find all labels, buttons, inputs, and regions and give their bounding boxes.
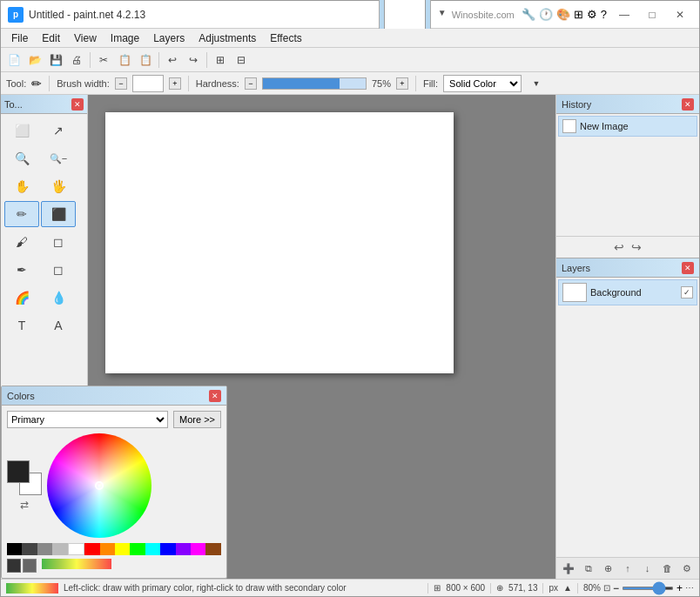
layer-properties-btn[interactable]: ⚙ <box>679 560 695 576</box>
palette-violet[interactable] <box>176 543 191 555</box>
palette-brown[interactable] <box>205 543 220 555</box>
bottom-swatch-1[interactable] <box>7 559 21 573</box>
zoom-slider[interactable] <box>622 587 674 590</box>
tool-rectangle-select[interactable]: ⬜ <box>4 117 39 144</box>
brush-width-inc[interactable]: + <box>169 77 181 90</box>
history-icon[interactable]: 🕐 <box>539 8 553 21</box>
tool-lasso-select[interactable]: ↗ <box>41 117 76 144</box>
menu-effects[interactable]: Effects <box>263 29 308 47</box>
palette-white[interactable] <box>68 543 84 555</box>
tool-fill[interactable]: ⬛ <box>41 201 76 227</box>
menu-edit[interactable]: Edit <box>35 29 67 47</box>
palette-blue[interactable] <box>160 543 175 555</box>
layer-visibility-check[interactable]: ✓ <box>681 286 693 298</box>
tool-gradient[interactable]: 🌈 <box>4 285 39 311</box>
brush-width-dec[interactable]: − <box>115 77 127 90</box>
tool-brush[interactable]: 🖌 <box>4 229 39 255</box>
fill-options-btn[interactable]: ▼ <box>527 74 546 93</box>
layer-add-btn[interactable]: ➕ <box>561 560 576 576</box>
palette-darkgray[interactable] <box>22 543 37 555</box>
hardness-inc[interactable]: + <box>396 77 408 90</box>
settings-icon[interactable]: ⚙ <box>587 8 597 21</box>
maximize-button[interactable]: □ <box>640 6 664 23</box>
palette-green[interactable] <box>130 543 145 555</box>
layer-move-down-btn[interactable]: ↓ <box>640 560 656 576</box>
canvas[interactable] <box>105 112 454 373</box>
menu-view[interactable]: View <box>67 29 104 47</box>
fill-select[interactable]: Solid Color No Fill Gradient <box>443 75 522 92</box>
layer-merge-btn[interactable]: ⊕ <box>600 560 616 576</box>
layer-duplicate-btn[interactable]: ⧉ <box>581 560 596 576</box>
cut-btn[interactable]: ✂ <box>94 50 113 70</box>
colors-panel-close[interactable]: ✕ <box>209 390 221 402</box>
bottom-swatch-2[interactable] <box>23 559 37 573</box>
tool-zoom-out[interactable]: 🔍− <box>41 145 76 171</box>
tools-icon[interactable]: 🔧 <box>522 8 535 21</box>
color-mode-select[interactable]: Primary Secondary <box>7 411 168 428</box>
tool-clone[interactable]: ✒ <box>4 257 39 283</box>
undo-btn[interactable]: ↩ <box>163 50 182 70</box>
history-item[interactable]: New Image <box>558 116 697 137</box>
tool-pencil[interactable]: ✏ <box>4 201 39 227</box>
zoom-in-btn[interactable]: + <box>676 582 683 594</box>
palette-gray[interactable] <box>37 543 52 555</box>
tool-move[interactable]: 🖐 <box>41 173 76 199</box>
thumbnail-nav-icon[interactable]: ▼ <box>438 8 452 22</box>
history-close-btn[interactable]: ✕ <box>682 98 694 111</box>
palette-yellow[interactable] <box>115 543 130 555</box>
layers-icon2[interactable]: ⊞ <box>574 8 583 21</box>
more-colors-btn[interactable]: More >> <box>173 411 221 428</box>
palette-orange[interactable] <box>100 543 115 555</box>
close-button[interactable]: ✕ <box>668 6 692 23</box>
tool-zoom[interactable]: 🔍 <box>4 145 39 171</box>
menu-adjustments[interactable]: Adjustments <box>192 29 263 47</box>
palette-silver[interactable] <box>52 543 67 555</box>
print-btn[interactable]: 🖨 <box>67 50 86 70</box>
help-icon[interactable]: ? <box>601 8 607 21</box>
layer-delete-btn[interactable]: 🗑 <box>659 560 675 576</box>
paste-btn[interactable]: 📋 <box>136 50 155 70</box>
status-end-dots: ⋯ <box>685 583 694 593</box>
zoom-out-btn[interactable]: − <box>613 582 619 594</box>
minimize-button[interactable]: — <box>612 6 636 23</box>
fit-icon[interactable]: ⊡ <box>603 583 610 593</box>
redo-btn[interactable]: ↪ <box>184 50 203 70</box>
history-redo-btn[interactable]: ↪ <box>631 240 642 254</box>
history-panel: History ✕ New Image ↩ ↪ <box>556 95 699 258</box>
palette-black[interactable] <box>7 543 22 555</box>
hardness-dec[interactable]: − <box>245 77 257 90</box>
color-wheel[interactable] <box>47 433 151 538</box>
save-btn[interactable]: 💾 <box>46 50 65 70</box>
new-file-btn[interactable]: 📄 <box>4 50 24 70</box>
tools-panel-close[interactable]: ✕ <box>71 98 84 111</box>
menu-image[interactable]: Image <box>104 29 146 47</box>
units-label: px <box>549 583 558 593</box>
tool-pan[interactable]: ✋ <box>4 173 39 199</box>
menu-file[interactable]: File <box>4 29 35 47</box>
tool-color-picker[interactable]: 💧 <box>41 285 76 311</box>
menu-layers[interactable]: Layers <box>146 29 192 47</box>
layer-item[interactable]: Background ✓ <box>558 279 697 305</box>
layer-move-up-btn[interactable]: ↑ <box>620 560 636 576</box>
palette-icon[interactable]: 🎨 <box>556 8 570 21</box>
layers-close-btn[interactable]: ✕ <box>682 262 694 274</box>
tool-shapes[interactable]: A <box>41 312 76 339</box>
palette-magenta[interactable] <box>191 543 205 555</box>
units-arrow: ▲ <box>563 583 572 593</box>
tool-recolor[interactable]: ◻ <box>41 257 76 283</box>
tool-text[interactable]: T <box>4 312 39 339</box>
hardness-bar[interactable] <box>262 77 367 90</box>
color-swatch-area <box>7 460 42 495</box>
tool-eraser[interactable]: ◻ <box>41 229 76 255</box>
brush-width-input[interactable]: 2 <box>132 75 164 92</box>
palette-red[interactable] <box>84 543 99 555</box>
snap-btn[interactable]: ⊟ <box>232 50 251 70</box>
palette-cyan[interactable] <box>145 543 160 555</box>
swap-colors-icon[interactable]: ⇄ <box>20 499 29 511</box>
grid-btn[interactable]: ⊞ <box>211 50 230 70</box>
history-undo-btn[interactable]: ↩ <box>614 240 624 254</box>
primary-color-swatch[interactable] <box>7 460 30 483</box>
open-btn[interactable]: 📂 <box>25 50 44 70</box>
status-sep3 <box>542 583 543 594</box>
copy-btn[interactable]: 📋 <box>115 50 134 70</box>
